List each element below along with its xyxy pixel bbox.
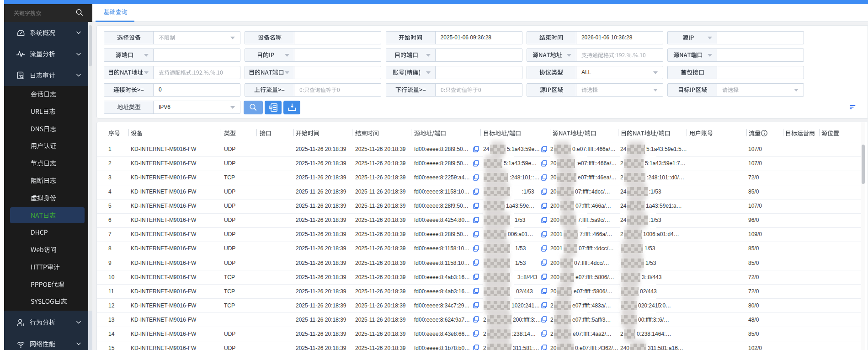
svg-text:X: X [270,105,272,109]
